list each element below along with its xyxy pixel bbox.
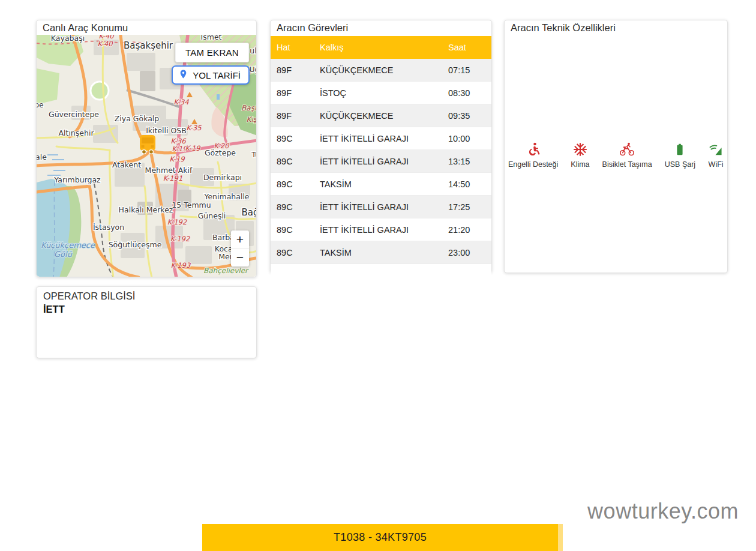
map-label: ul xyxy=(250,46,256,55)
table-cell: TAKSİM xyxy=(314,173,442,196)
directions-button-label: YOL TARİFİ xyxy=(193,70,241,80)
snowflake-icon xyxy=(572,140,588,157)
map-label: Başakşehir xyxy=(124,40,173,51)
vehicle-id-banner-cap xyxy=(558,524,563,551)
table-cell: 08:30 xyxy=(442,82,491,104)
map-label: K-36 xyxy=(170,137,187,145)
table-cell: 07:15 xyxy=(442,59,491,82)
feature-label: Klima xyxy=(571,160,589,169)
map-label: Atakent xyxy=(112,160,141,169)
table-cell: 89F xyxy=(271,59,314,82)
table-cell: İETT İKİTELLİ GARAJI xyxy=(314,218,442,241)
column-header: Hat xyxy=(271,36,314,59)
map-label: pe xyxy=(37,100,44,109)
battery-icon xyxy=(673,140,686,157)
feature-wheelchair: Engelli Desteği xyxy=(508,140,558,169)
map-zoom-control: + − xyxy=(231,230,249,266)
table-row: 89FİSTOÇ08:30 xyxy=(271,82,491,104)
table-row: 89CİETT İKİTELLİ GARAJI13:15 xyxy=(271,150,491,173)
table-cell: 09:35 xyxy=(442,104,491,127)
operator-name: İETT xyxy=(43,304,250,315)
map-label: Güvercintepe xyxy=(49,110,99,119)
map-label: Tu xyxy=(251,150,256,159)
fullscreen-button[interactable]: TAM EKRAN xyxy=(175,43,249,62)
map-label: Güneşli xyxy=(198,211,226,220)
zoom-out-button[interactable]: − xyxy=(231,248,249,266)
map-label: K-19 xyxy=(169,155,185,163)
tasks-table: HatKalkışSaat 89FKÜÇÜKÇEKMECE07:1589FİST… xyxy=(271,36,491,278)
table-row: 89CTAKSİM23:00 xyxy=(271,241,491,264)
feature-wifi: WiFi xyxy=(708,140,724,169)
feature-bicycle: Bisiklet Taşıma xyxy=(602,140,652,169)
map-label: kale xyxy=(37,152,47,161)
table-cell: 13:15 xyxy=(442,150,491,173)
map-label: K-35 xyxy=(186,124,202,132)
operator-info-panel: OPERATOR BİLGİSİ İETT xyxy=(36,286,257,358)
table-row: 89CİETT İKİTELLİ GARAJI17:25 xyxy=(271,196,491,218)
map-label: K-19 xyxy=(185,144,201,152)
feature-battery: USB Şarj xyxy=(665,140,695,169)
map-label: Söğutlüçeşme xyxy=(109,240,162,249)
map-label: K-20 xyxy=(214,142,230,150)
map-label: Halkalı Merkez xyxy=(119,205,173,214)
map-label: K-193 xyxy=(171,261,191,269)
directions-button[interactable]: YOL TARİFİ xyxy=(172,65,250,85)
map-canvas[interactable]: KayabaşıBaşakşehirİsmetulUğGüvercintepep… xyxy=(37,35,256,277)
map-label: Gölü xyxy=(54,250,73,259)
map-label: K-34 xyxy=(173,98,189,106)
map-label: Bahçelievler xyxy=(203,266,249,275)
feature-label: WiFi xyxy=(709,160,724,169)
vehicle-tracking-page: Canlı Araç Konumu xyxy=(0,0,756,551)
feature-label: Engelli Desteği xyxy=(508,160,558,169)
map-label: K-191 xyxy=(163,174,182,182)
watermark: wowturkey.com xyxy=(587,499,739,524)
column-header: Kalkış xyxy=(314,36,442,59)
map-label: K-192 xyxy=(167,218,187,226)
table-cell: 89C xyxy=(271,218,314,241)
wifi-icon xyxy=(708,140,724,157)
table-cell: İETT İKİTELLİ GARAJI xyxy=(314,196,442,218)
table-cell: TAKSİM xyxy=(314,241,442,264)
table-cell: 14:50 xyxy=(442,173,491,196)
table-cell: 89C xyxy=(271,241,314,264)
table-cell: İSTOÇ xyxy=(314,82,442,104)
map-label: 15 Temmu xyxy=(172,200,211,209)
technical-features-panel: Aracın Teknik Özellikleri Engelli Desteğ… xyxy=(504,20,728,273)
table-row: 89FKÜÇÜKÇEKMECE07:15 xyxy=(271,59,491,82)
table-cell: İETT İKİTELLİ GARAJI xyxy=(314,150,442,173)
map-label: Altınşehir xyxy=(58,128,94,137)
live-location-title: Canlı Araç Konumu xyxy=(37,20,256,36)
map-label: Kışl xyxy=(247,115,256,124)
table-cell: 23:00 xyxy=(442,241,491,264)
map-label: İkitelli OSB xyxy=(146,126,187,135)
table-cell: KÜÇÜKÇEKMECE xyxy=(314,104,442,127)
operator-info-title: OPERATOR BİLGİSİ xyxy=(43,291,250,302)
table-row: 89CİETT İKİTELLİ GARAJI21:20 xyxy=(271,218,491,241)
bicycle-icon xyxy=(618,140,636,157)
table-cell: 21:20 xyxy=(442,218,491,241)
map-label: Küçükçemece xyxy=(41,241,95,250)
table-cell: KÜÇÜKÇEKMECE xyxy=(314,59,442,82)
zoom-in-button[interactable]: + xyxy=(231,230,249,248)
feature-label: USB Şarj xyxy=(665,160,695,169)
table-cell: 89C xyxy=(271,196,314,218)
table-row: 89FKÜÇÜKÇEKMECE09:35 xyxy=(271,104,491,127)
feature-snowflake: Klima xyxy=(571,140,589,169)
table-cell: 89F xyxy=(271,82,314,104)
column-header: Saat xyxy=(442,36,491,59)
map-label: K-192 xyxy=(170,235,190,243)
features-row: Engelli DesteğiKlimaBisiklet TaşımaUSB Ş… xyxy=(505,36,727,272)
map-label: Mehmet Akif xyxy=(145,166,193,175)
table-filler-row xyxy=(271,264,491,279)
tasks-table-body: 89FKÜÇÜKÇEKMECE07:1589FİSTOÇ08:3089FKÜÇÜ… xyxy=(271,59,491,278)
map-label: Başta xyxy=(241,104,256,112)
wheelchair-icon xyxy=(526,140,541,157)
map-pin-icon xyxy=(178,69,188,81)
live-location-panel: Canlı Araç Konumu xyxy=(36,20,257,277)
map-label: İsmet xyxy=(201,35,222,41)
table-cell: 89C xyxy=(271,150,314,173)
table-cell: 10:00 xyxy=(442,127,491,150)
table-cell: 89C xyxy=(271,173,314,196)
map-label: Yenimahalle xyxy=(203,192,249,201)
feature-label: Bisiklet Taşıma xyxy=(602,160,652,169)
